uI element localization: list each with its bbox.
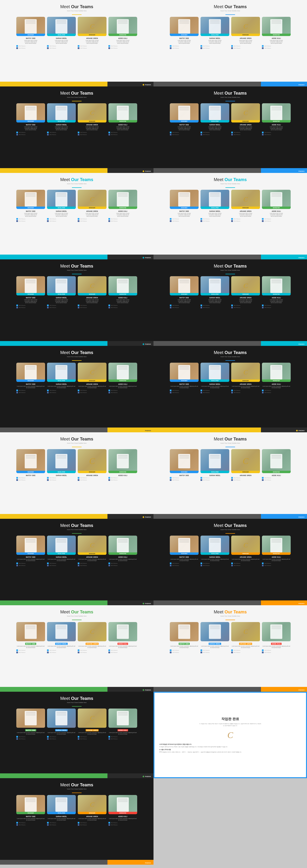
completion-logo: C xyxy=(227,730,233,740)
team-member-4: MARKETER ADDE KULI Lorem ipsum dolor sit… xyxy=(108,17,137,83)
slide-14: Meet Our Teams Insert Your Great Subtitl… xyxy=(154,519,307,605)
slide-row-9: Meet Our Teams Insert Your Great Subtitl… xyxy=(0,692,307,778)
svg-marker-2 xyxy=(142,170,144,172)
slide-1-brand: PHENIX xyxy=(142,84,151,86)
svg-marker-12 xyxy=(142,602,144,604)
team-member-8: MARKETER ADDE KULI Lorem ipsum dolor sit… xyxy=(262,17,291,83)
slide-1-bottom-bar: PHENIX xyxy=(0,82,154,87)
svg-marker-5 xyxy=(296,257,298,259)
slide-1: Meet Our Teams Insert Your Great Subtitl… xyxy=(0,0,154,87)
completion-title: 작업완 완료 xyxy=(221,717,239,721)
member-1-desc: Lorem ipsum dolor sit ametconsectetur ad… xyxy=(24,40,37,44)
member-2-social: t19k,0 Followers f19k,0 Followers xyxy=(47,45,76,49)
slide-9: Meet Our Teams Insert Your Great Subtitl… xyxy=(0,346,154,432)
team-member-6: DEVELOPER SARAH WEEL Lorem ipsum dolor s… xyxy=(201,17,229,83)
slide-10: Meet Our Teams Insert Your Great Subtitl… xyxy=(154,346,307,432)
slide-row-4: Meet Our Teams Insert Your Great Subtitl… xyxy=(0,259,307,346)
svg-marker-16 xyxy=(142,776,144,777)
slide-1-title: Meet Our Teams xyxy=(60,4,93,10)
slide-1-ourteams: Our Teams xyxy=(71,4,93,9)
completion-notes: 1.PPT파일은 PPT2010이상 버전에서 편집 바랍니다. 이 파일의 폰… xyxy=(159,744,301,753)
slide-row-7: Meet Our Teams Insert Your Great Subtitl… xyxy=(0,519,307,605)
svg-marker-4 xyxy=(142,257,144,259)
member-4-social: t19k,0 Followers f19k,0 Followers xyxy=(108,45,137,49)
slide-1-team-grid: DESIGNER MATSY DEE Lorem ipsum dolor sit… xyxy=(5,17,149,83)
slide-2-subtitle: Insert Your Great Subtitle Here xyxy=(220,10,240,11)
slide-1-subtitle: Insert Your Great Subtitle Here xyxy=(67,10,87,11)
team-member-5: DESIGNER MATSY DEE Lorem ipsum dolor sit… xyxy=(170,17,199,83)
svg-marker-14 xyxy=(142,689,144,691)
slide-15: Meet Our Teams Insert Your Great Subtitl… xyxy=(0,605,154,692)
slide-12: Meet Our Teams Insert Your Great Subtitl… xyxy=(154,432,307,519)
svg-marker-7 xyxy=(296,343,298,345)
member-1-role: DESIGNER xyxy=(16,34,45,36)
member-3-desc: Lorem ipsum dolor sit ametconsectetur ad… xyxy=(86,40,99,44)
slide-13: Meet Our Teams Insert Your Great Subtitl… xyxy=(0,519,154,605)
slide-row-10: Meet Our Teams Insert Your Great Subtitl… xyxy=(0,778,307,865)
svg-marker-13 xyxy=(296,602,298,604)
member-2-photo: DEVELOPER xyxy=(47,17,76,36)
member-5-name: MATSY DEE xyxy=(179,37,189,39)
slide-11: Meet Our Teams Insert Your Great Subtitl… xyxy=(0,432,154,519)
slide-2-ourteams: Our Teams xyxy=(225,4,247,9)
member-2-role: DEVELOPER xyxy=(47,34,76,36)
team-member-1: DESIGNER MATSY DEE Lorem ipsum dolor sit… xyxy=(16,17,45,83)
brand-label: PHENIX xyxy=(145,84,151,86)
completion-subtitle: 이 파일은 개인 사용 및 무료 배포가 가능한 프리젠테이션 템플릿 파일입니… xyxy=(199,723,262,727)
slide-row-8: Meet Our Teams Insert Your Great Subtitl… xyxy=(0,605,307,692)
slide-6: Meet Our Teams Insert Your Great Subtitl… xyxy=(154,173,307,259)
svg-marker-3 xyxy=(296,170,298,172)
slide-2-title: Meet Our Teams xyxy=(214,4,247,10)
slide-19: Meet Our Teams Insert Your Great Subtitl… xyxy=(0,778,154,865)
member-3-social: t19k,0 Followers f19k,0 Followers xyxy=(78,45,106,49)
slide-row-1: Meet Our Teams Insert Your Great Subtitl… xyxy=(0,0,307,87)
slide-1-meet: Meet xyxy=(60,4,71,9)
member-4-role: MARKETER xyxy=(108,34,137,36)
team-member-2: DEVELOPER SARAH WEEL Lorem ipsum dolor s… xyxy=(47,17,76,83)
slide-2-bottom-bar: PHENIX xyxy=(154,82,307,87)
slide-4: Meet Our Teams Insert Your Great Subtitl… xyxy=(154,87,307,173)
slide-5: Meet Our Teams Insert Your Great Subtitl… xyxy=(0,173,154,259)
svg-marker-17 xyxy=(142,862,144,864)
slide-16: Meet Our Teams Insert Your Great Subtitl… xyxy=(154,605,307,692)
slide-empty xyxy=(154,778,307,865)
member-3-role: MANAGER xyxy=(78,34,106,36)
slide-row-2: Meet Our Teams Insert Your Great Subtitl… xyxy=(0,87,307,173)
member-1-photo: DESIGNER xyxy=(16,17,45,36)
member-2-name: SARAH WEEL xyxy=(56,37,67,39)
slide-2: Meet Our Teams Insert Your Great Subtitl… xyxy=(154,0,307,87)
member-4-desc: Lorem ipsum dolor sit ametconsectetur ad… xyxy=(116,40,129,44)
member-3-name: ARIANE GREN xyxy=(86,37,98,39)
slide-row-5: Meet Our Teams Insert Your Great Subtitl… xyxy=(0,346,307,432)
member-4-name: ADDE KULI xyxy=(118,37,127,39)
member-5-role: DESIGNER xyxy=(170,34,199,36)
svg-marker-6 xyxy=(142,343,144,345)
phenix-diamond-icon xyxy=(142,84,144,86)
team-member-3: C MANAGER ARIANE GREN Lorem ipsum dolor … xyxy=(78,17,106,83)
svg-marker-15 xyxy=(296,689,298,691)
svg-marker-8 xyxy=(142,430,144,432)
slide-3: Meet Our Teams Insert Your Great Subtitl… xyxy=(0,87,154,173)
slide-2-meet: Meet xyxy=(214,4,225,9)
member-3-photo: C MANAGER xyxy=(78,17,106,36)
svg-marker-1 xyxy=(296,84,298,86)
svg-marker-9 xyxy=(296,430,298,432)
slide-row-6: Meet Our Teams Insert Your Great Subtitl… xyxy=(0,432,307,519)
svg-marker-0 xyxy=(142,84,144,86)
member-5-photo: DESIGNER xyxy=(170,17,199,36)
slide-2-team-grid: DESIGNER MATSY DEE Lorem ipsum dolor sit… xyxy=(158,17,302,83)
slide-8: Meet Our Teams Insert Your Great Subtitl… xyxy=(154,259,307,346)
member-1-social: t19k,0 Followers f19k,0 Followers xyxy=(16,45,45,49)
member-4-photo: MARKETER xyxy=(108,17,137,36)
svg-marker-10 xyxy=(142,516,144,518)
slide-row-3: Meet Our Teams Insert Your Great Subtitl… xyxy=(0,173,307,259)
slide-7: Meet Our Teams Insert Your Great Subtitl… xyxy=(0,259,154,346)
slide-18-completion: 작업완 완료 이 파일은 개인 사용 및 무료 배포가 가능한 프리젠테이션 템… xyxy=(154,692,307,778)
member-5-desc: Lorem ipsum dolor sit ametconsectetur ad… xyxy=(178,40,191,44)
member-2-desc: Lorem ipsum dolor sit ametconsectetur ad… xyxy=(55,40,68,44)
member-1-name: MATSY DEE xyxy=(26,37,35,39)
team-member-7: CMANAGER ARIANE GREN Lorem ipsum dolor s… xyxy=(231,17,260,83)
svg-marker-11 xyxy=(296,516,298,518)
slide-17: Meet Our Teams Insert Your Great Subtitl… xyxy=(0,692,154,778)
